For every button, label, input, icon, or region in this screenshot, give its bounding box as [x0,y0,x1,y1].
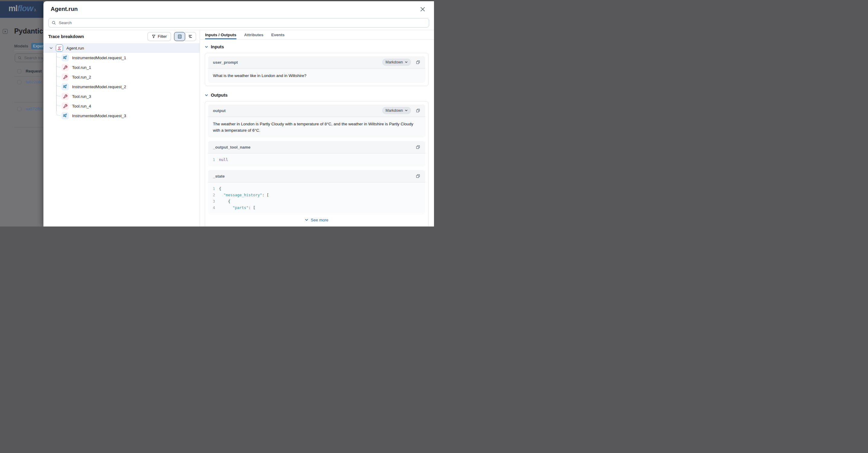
copy-button[interactable] [415,60,421,65]
chevron-down-icon [405,109,408,112]
renderer-label: Markdown [385,60,403,64]
trace-request-link: aa572fb1 [26,107,42,111]
copy-icon [415,145,421,149]
detail-tabbar: Inputs / Outputs Attributes Events [200,30,434,39]
trace-breakdown-panel: Trace breakdown Filter [43,30,200,227]
trace-search-field: Search tra [15,53,43,62]
tree-item-label: Tool.run_4 [72,104,91,108]
chevron-down-icon [205,94,208,97]
detail-view-toggle[interactable] [174,32,185,41]
view-toggle-group [174,32,196,41]
inputs-heading: Inputs [211,45,224,49]
experiment-tabs: Models Experi [14,43,46,49]
drawer-header: Agent.run [43,1,434,17]
wrench-icon [62,103,69,110]
tab-attributes[interactable]: Attributes [244,30,264,39]
see-more-label: See more [311,218,329,222]
chevron-down-icon [50,47,53,50]
span-detail-panel: Inputs / Outputs Attributes Events Input… [200,30,434,227]
tree-item-span[interactable]: Tool.run_4 [43,101,200,111]
wrench-icon [62,64,69,71]
tree-item-span[interactable]: Tool.run_3 [43,91,200,101]
renderer-select[interactable]: Markdown [382,107,411,114]
wrench-icon [62,93,69,100]
mlflow-logo: mlflow3. [8,4,37,13]
drawer-search-field[interactable] [48,18,429,27]
experiment-title: PydanticA [14,27,44,35]
renderer-label: Markdown [385,108,403,113]
table-row: fa62286c [17,80,42,84]
filter-button[interactable]: Filter [148,32,171,41]
tree-item-span[interactable]: InstrumentedModel.request_2 [43,82,200,91]
screen: mlflow3. PydanticA Models Experi Search … [0,0,434,227]
copy-button[interactable] [415,174,421,178]
filter-label: Filter [158,34,167,39]
tab-events[interactable]: Events [271,30,284,39]
param-title: _output_tool_name [213,145,251,149]
tree-item-agent-run[interactable]: Agent.run [43,43,200,53]
line-number: 2 [208,192,219,198]
output-value: The weather in London is Partly Cloudy w… [208,117,425,137]
user-prompt-value: What is the weather like in London and i… [208,68,425,83]
chevron-down-icon [205,45,208,49]
outputs-heading: Outputs [211,93,228,97]
span-tree: Agent.run InstrumentedModel.request_1 To… [43,43,200,120]
trace-request-link: fa62286c [26,80,42,84]
line-number: 1 [208,186,219,192]
json-null-value: null [219,157,228,163]
tab-inputs-outputs[interactable]: Inputs / Outputs [205,30,237,39]
line-number: 1 [208,157,219,163]
close-button[interactable] [419,6,426,13]
search-icon [52,21,56,25]
detail-scroll-area[interactable]: Inputs user_prompt Markdown [200,39,434,227]
row-checkbox [17,80,22,84]
tree-item-span[interactable]: InstrumentedModel.request_1 [43,53,200,62]
search-input[interactable] [59,21,426,25]
tree-item-label: Tool.run_1 [72,65,91,70]
trace-search-placeholder: Search tra [24,56,43,60]
param-title: output [213,108,226,113]
outputs-section-toggle[interactable]: Outputs [205,93,429,97]
output-card: output Markdown [208,105,425,137]
renderer-select[interactable]: Markdown [382,59,411,66]
inputs-card: user_prompt Markdown [205,53,429,86]
see-more-button[interactable]: See more [305,218,329,222]
copy-button[interactable] [415,145,421,149]
copy-icon [415,174,421,178]
tree-item-label: InstrumentedModel.request_1 [72,56,126,60]
sidebar-toggle-icon [3,29,7,34]
select-all-checkbox [17,69,22,74]
chevron-down-icon [305,218,308,222]
agent-icon [56,45,63,52]
model-icon [62,54,69,61]
gantt-icon [188,34,193,39]
outputs-card: output Markdown [205,101,429,227]
copy-button[interactable] [415,108,421,113]
trace-detail-drawer: Agent.run Trace breakdown Filter [43,1,434,227]
line-number: 4 [208,204,219,211]
model-icon [62,83,69,90]
logo-version: 3. [34,8,37,12]
request-column-header: Request [26,69,42,74]
line-number: 3 [208,198,219,204]
see-more-row: See more [208,215,425,227]
tree-item-label: InstrumentedModel.request_3 [72,114,126,118]
state-card: _state 1{ [208,170,425,215]
state-code: 1{ 2 "message_history": [ 3 { 4 "pa [208,182,425,215]
output-tool-name-card: _output_tool_name 1 null [208,141,425,166]
tree-item-label: InstrumentedModel.request_2 [72,85,126,89]
mlflow-navbar: mlflow3. [0,1,43,18]
close-icon [421,7,425,11]
inputs-section-toggle[interactable]: Inputs [205,45,429,49]
search-icon [18,56,22,60]
user-prompt-card: user_prompt Markdown [208,56,425,83]
tree-item-span[interactable]: InstrumentedModel.request_3 [43,111,200,120]
copy-icon [415,60,421,65]
tree-item-span[interactable]: Tool.run_2 [43,72,200,82]
drawer-title: Agent.run [51,6,78,12]
tree-item-label: Tool.run_3 [72,94,91,99]
table-header-row: Request [17,69,42,74]
logo-ml: ml [8,4,18,13]
timeline-view-toggle[interactable] [185,32,196,41]
tree-item-span[interactable]: Tool.run_1 [43,62,200,72]
